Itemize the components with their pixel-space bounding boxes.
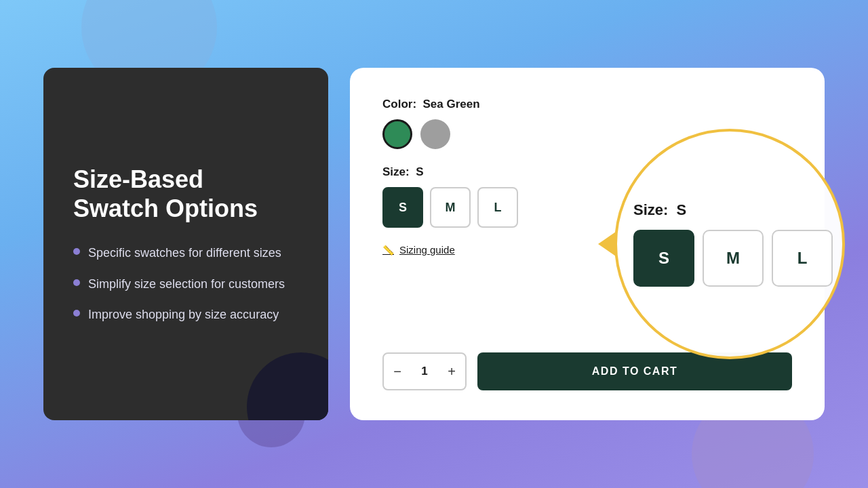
list-item-text: Specific swatches for different sizes <box>88 245 281 262</box>
ruler-icon: 📏 <box>382 245 394 256</box>
quantity-value: 1 <box>411 365 438 378</box>
quantity-control: − 1 + <box>382 352 467 390</box>
list-item-text: Simplify size selection for customers <box>88 276 285 293</box>
list-bullet <box>73 310 80 317</box>
zoom-circle-overlay: Size: S S M L <box>614 129 845 359</box>
feature-list: Specific swatches for different sizes Si… <box>73 245 298 323</box>
zoom-content: Size: S S M L <box>617 188 842 300</box>
color-swatch-gray[interactable] <box>420 119 450 149</box>
zoom-arrow <box>598 232 616 256</box>
size-button-l[interactable]: L <box>477 187 518 228</box>
quantity-decrease-button[interactable]: − <box>384 352 411 390</box>
selected-color-name: Sea Green <box>423 98 480 110</box>
panel-decoration <box>247 352 328 420</box>
list-item-text: Improve shopping by size accuracy <box>88 306 279 323</box>
color-swatch-green[interactable] <box>382 119 412 149</box>
zoom-size-options: S M L <box>633 230 833 287</box>
right-card: Color: Sea Green Size: S S M L <box>350 68 825 420</box>
zoom-selected-size: S <box>677 201 687 218</box>
panel-title: Size-Based Swatch Options <box>73 165 298 223</box>
list-bullet <box>73 248 80 255</box>
sizing-guide-label: Sizing guide <box>399 244 455 256</box>
main-layout: Size-Based Swatch Options Specific swatc… <box>0 0 868 488</box>
list-bullet <box>73 279 80 286</box>
size-button-m[interactable]: M <box>430 187 471 228</box>
color-label: Color: Sea Green <box>382 98 792 111</box>
zoom-size-button-s[interactable]: S <box>633 230 694 287</box>
list-item: Simplify size selection for customers <box>73 276 298 293</box>
zoom-size-label: Size: S <box>633 201 686 219</box>
selected-size-name: S <box>416 165 423 178</box>
list-item: Improve shopping by size accuracy <box>73 306 298 323</box>
list-item: Specific swatches for different sizes <box>73 245 298 262</box>
left-panel: Size-Based Swatch Options Specific swatc… <box>43 68 328 420</box>
quantity-increase-button[interactable]: + <box>438 352 465 390</box>
zoom-size-button-m[interactable]: M <box>703 230 764 287</box>
zoom-size-button-l[interactable]: L <box>772 230 833 287</box>
sizing-guide-link[interactable]: 📏 Sizing guide <box>382 244 455 256</box>
size-button-s[interactable]: S <box>382 187 423 228</box>
